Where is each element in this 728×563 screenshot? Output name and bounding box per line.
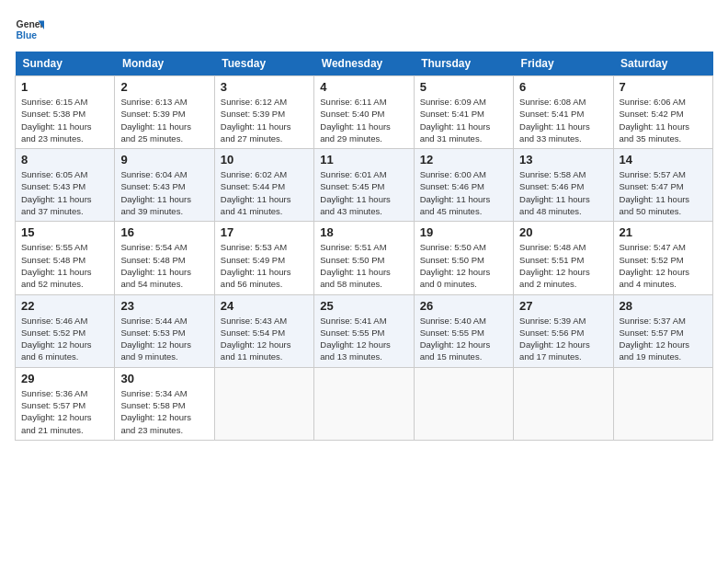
day-info: Sunrise: 5:51 AM Sunset: 5:50 PM Dayligh… — [320, 241, 407, 290]
day-info: Sunrise: 6:04 AM Sunset: 5:43 PM Dayligh… — [120, 168, 208, 217]
calendar-cell: 5Sunrise: 6:09 AM Sunset: 5:41 PM Daylig… — [414, 76, 513, 149]
day-number: 30 — [120, 372, 208, 385]
day-number: 12 — [420, 153, 507, 167]
calendar-cell: 21Sunrise: 5:47 AM Sunset: 5:52 PM Dayli… — [613, 222, 712, 294]
day-headers-row: SundayMondayTuesdayWednesdayThursdayFrid… — [16, 52, 713, 76]
day-number: 29 — [21, 372, 108, 385]
calendar-cell — [214, 367, 313, 440]
calendar-cell: 15Sunrise: 5:55 AM Sunset: 5:48 PM Dayli… — [16, 222, 115, 294]
day-number: 10 — [221, 153, 308, 167]
day-number: 3 — [221, 80, 308, 94]
day-number: 14 — [620, 153, 707, 167]
day-info: Sunrise: 6:15 AM Sunset: 5:38 PM Dayligh… — [21, 96, 108, 144]
day-number: 9 — [120, 153, 208, 167]
calendar-cell: 30Sunrise: 5:34 AM Sunset: 5:58 PM Dayli… — [115, 367, 214, 440]
calendar-cell — [514, 367, 613, 440]
calendar-cell: 28Sunrise: 5:37 AM Sunset: 5:57 PM Dayli… — [613, 294, 712, 367]
day-info: Sunrise: 6:13 AM Sunset: 5:39 PM Dayligh… — [120, 96, 208, 144]
week-row-2: 8Sunrise: 6:05 AM Sunset: 5:43 PM Daylig… — [16, 149, 713, 222]
calendar-cell: 23Sunrise: 5:44 AM Sunset: 5:53 PM Dayli… — [115, 294, 214, 367]
calendar-table: SundayMondayTuesdayWednesdayThursdayFrid… — [15, 52, 713, 441]
day-number: 21 — [620, 225, 707, 239]
day-info: Sunrise: 5:47 AM Sunset: 5:52 PM Dayligh… — [620, 241, 707, 290]
day-number: 25 — [320, 299, 407, 313]
day-number: 5 — [420, 80, 507, 94]
day-header-saturday: Saturday — [613, 52, 712, 76]
calendar-cell: 14Sunrise: 5:57 AM Sunset: 5:47 PM Dayli… — [613, 149, 712, 222]
calendar-cell: 2Sunrise: 6:13 AM Sunset: 5:39 PM Daylig… — [115, 76, 214, 149]
calendar-cell: 11Sunrise: 6:01 AM Sunset: 5:45 PM Dayli… — [314, 149, 414, 222]
day-info: Sunrise: 5:44 AM Sunset: 5:53 PM Dayligh… — [120, 315, 208, 363]
day-number: 1 — [21, 80, 108, 94]
day-header-friday: Friday — [514, 52, 613, 76]
calendar-cell: 24Sunrise: 5:43 AM Sunset: 5:54 PM Dayli… — [214, 294, 313, 367]
week-row-1: 1Sunrise: 6:15 AM Sunset: 5:38 PM Daylig… — [16, 76, 713, 149]
calendar-cell: 20Sunrise: 5:48 AM Sunset: 5:51 PM Dayli… — [514, 222, 613, 294]
day-info: Sunrise: 5:34 AM Sunset: 5:58 PM Dayligh… — [120, 387, 208, 436]
day-number: 2 — [120, 80, 208, 94]
day-header-monday: Monday — [115, 52, 214, 76]
calendar-cell — [314, 367, 414, 440]
calendar-cell: 13Sunrise: 5:58 AM Sunset: 5:46 PM Dayli… — [514, 149, 613, 222]
calendar-cell: 4Sunrise: 6:11 AM Sunset: 5:40 PM Daylig… — [314, 76, 414, 149]
day-header-sunday: Sunday — [16, 52, 115, 76]
day-info: Sunrise: 6:09 AM Sunset: 5:41 PM Dayligh… — [420, 96, 507, 144]
logo: General Blue — [15, 15, 44, 44]
calendar-cell: 18Sunrise: 5:51 AM Sunset: 5:50 PM Dayli… — [314, 222, 414, 294]
calendar-cell: 16Sunrise: 5:54 AM Sunset: 5:48 PM Dayli… — [115, 222, 214, 294]
calendar-cell: 1Sunrise: 6:15 AM Sunset: 5:38 PM Daylig… — [16, 76, 115, 149]
day-info: Sunrise: 6:08 AM Sunset: 5:41 PM Dayligh… — [519, 96, 607, 144]
calendar-cell: 8Sunrise: 6:05 AM Sunset: 5:43 PM Daylig… — [16, 149, 115, 222]
day-info: Sunrise: 6:05 AM Sunset: 5:43 PM Dayligh… — [21, 168, 108, 217]
day-number: 26 — [420, 299, 507, 313]
calendar-cell: 12Sunrise: 6:00 AM Sunset: 5:46 PM Dayli… — [414, 149, 513, 222]
page-header: General Blue — [15, 15, 713, 44]
day-number: 17 — [221, 225, 308, 239]
calendar-cell: 7Sunrise: 6:06 AM Sunset: 5:42 PM Daylig… — [613, 76, 712, 149]
day-number: 28 — [620, 299, 707, 313]
week-row-3: 15Sunrise: 5:55 AM Sunset: 5:48 PM Dayli… — [16, 222, 713, 294]
day-info: Sunrise: 5:50 AM Sunset: 5:50 PM Dayligh… — [420, 241, 507, 290]
svg-text:Blue: Blue — [17, 30, 38, 40]
day-number: 8 — [21, 153, 108, 167]
calendar-cell: 17Sunrise: 5:53 AM Sunset: 5:49 PM Dayli… — [214, 222, 313, 294]
calendar-cell: 25Sunrise: 5:41 AM Sunset: 5:55 PM Dayli… — [314, 294, 414, 367]
day-number: 20 — [519, 225, 607, 239]
calendar-cell: 29Sunrise: 5:36 AM Sunset: 5:57 PM Dayli… — [16, 367, 115, 440]
day-info: Sunrise: 5:53 AM Sunset: 5:49 PM Dayligh… — [221, 241, 308, 290]
calendar-cell: 10Sunrise: 6:02 AM Sunset: 5:44 PM Dayli… — [214, 149, 313, 222]
day-number: 11 — [320, 153, 407, 167]
day-number: 22 — [21, 299, 108, 313]
day-info: Sunrise: 5:40 AM Sunset: 5:55 PM Dayligh… — [420, 315, 507, 363]
day-info: Sunrise: 5:43 AM Sunset: 5:54 PM Dayligh… — [221, 315, 308, 363]
logo-icon: General Blue — [15, 15, 44, 44]
day-info: Sunrise: 6:00 AM Sunset: 5:46 PM Dayligh… — [420, 168, 507, 217]
day-number: 23 — [120, 299, 208, 313]
day-number: 24 — [221, 299, 308, 313]
day-info: Sunrise: 5:36 AM Sunset: 5:57 PM Dayligh… — [21, 387, 108, 436]
day-info: Sunrise: 5:58 AM Sunset: 5:46 PM Dayligh… — [519, 168, 607, 217]
day-number: 15 — [21, 225, 108, 239]
week-row-5: 29Sunrise: 5:36 AM Sunset: 5:57 PM Dayli… — [16, 367, 713, 440]
day-info: Sunrise: 5:55 AM Sunset: 5:48 PM Dayligh… — [21, 241, 108, 290]
day-number: 7 — [620, 80, 707, 94]
day-info: Sunrise: 6:01 AM Sunset: 5:45 PM Dayligh… — [320, 168, 407, 217]
day-info: Sunrise: 6:06 AM Sunset: 5:42 PM Dayligh… — [620, 96, 707, 144]
calendar-cell: 3Sunrise: 6:12 AM Sunset: 5:39 PM Daylig… — [214, 76, 313, 149]
week-row-4: 22Sunrise: 5:46 AM Sunset: 5:52 PM Dayli… — [16, 294, 713, 367]
day-info: Sunrise: 6:11 AM Sunset: 5:40 PM Dayligh… — [320, 96, 407, 144]
calendar-cell: 9Sunrise: 6:04 AM Sunset: 5:43 PM Daylig… — [115, 149, 214, 222]
day-header-wednesday: Wednesday — [314, 52, 414, 76]
day-info: Sunrise: 5:48 AM Sunset: 5:51 PM Dayligh… — [519, 241, 607, 290]
calendar-cell: 27Sunrise: 5:39 AM Sunset: 5:56 PM Dayli… — [514, 294, 613, 367]
day-number: 16 — [120, 225, 208, 239]
day-info: Sunrise: 6:12 AM Sunset: 5:39 PM Dayligh… — [221, 96, 308, 144]
day-info: Sunrise: 5:46 AM Sunset: 5:52 PM Dayligh… — [21, 315, 108, 363]
day-info: Sunrise: 5:39 AM Sunset: 5:56 PM Dayligh… — [519, 315, 607, 363]
day-number: 4 — [320, 80, 407, 94]
calendar-cell — [414, 367, 513, 440]
day-header-thursday: Thursday — [414, 52, 513, 76]
day-info: Sunrise: 5:54 AM Sunset: 5:48 PM Dayligh… — [120, 241, 208, 290]
calendar-cell: 26Sunrise: 5:40 AM Sunset: 5:55 PM Dayli… — [414, 294, 513, 367]
calendar-cell — [613, 367, 712, 440]
